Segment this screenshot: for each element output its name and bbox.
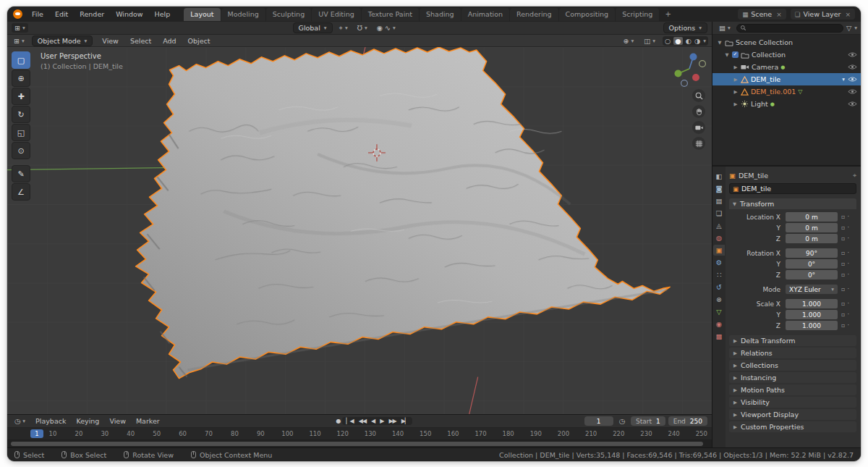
outliner-editor-type-button[interactable]: ▤▾ <box>716 23 733 33</box>
menu-window[interactable]: Window <box>111 9 148 20</box>
shading-rendered-button[interactable]: ◑ <box>694 37 700 45</box>
next-keyframe-button[interactable]: ▶▶ <box>388 418 396 424</box>
outliner-row-dem-tile[interactable]: ▶ DEM_tile ▾ <box>712 73 861 85</box>
disclosure-icon[interactable]: ▶ <box>733 89 739 95</box>
keyframe-dot-icon[interactable]: · <box>847 214 849 220</box>
play-reverse-button[interactable]: ◀ <box>371 418 375 424</box>
transform-value-rotation-x[interactable]: 90° <box>786 248 838 258</box>
panel-viewport-display[interactable]: ▶Viewport Display <box>729 409 856 420</box>
properties-tab-view-layer[interactable]: ❏ <box>713 208 725 219</box>
timeline-ruler[interactable]: 1020304050607080901001101201301401501601… <box>7 428 712 440</box>
shading-solid-button[interactable]: ● <box>673 37 682 45</box>
proportional-edit-toggle[interactable]: ◉∿▾ <box>374 23 399 33</box>
auto-keying-button[interactable]: ● <box>336 418 340 424</box>
lock-icon[interactable]: ▫ <box>841 286 845 293</box>
properties-tab-render[interactable]: ◙ <box>713 183 725 194</box>
keyframe-dot-icon[interactable]: · <box>847 235 849 242</box>
active-tool-icon[interactable]: ⊞▾ <box>12 23 28 33</box>
add-workspace-button[interactable]: + <box>660 8 675 20</box>
previous-keyframe-button[interactable]: ◀◀ <box>359 418 366 424</box>
shading-material-button[interactable]: ◐ <box>686 37 692 45</box>
workspace-tab-layout[interactable]: Layout <box>184 8 220 21</box>
transform-value-z[interactable]: 1.000 <box>786 321 838 330</box>
properties-tab-physics[interactable]: ↺ <box>713 282 725 293</box>
keyframe-dot-icon[interactable]: · <box>847 224 849 231</box>
workspace-tab-shading[interactable]: Shading <box>420 8 461 21</box>
jump-to-end-button[interactable]: ▶▏ <box>401 418 409 424</box>
lock-icon[interactable]: ▫ <box>841 261 845 267</box>
pivot-dropdown[interactable]: ⌖▾ <box>336 23 351 33</box>
lock-icon[interactable]: ▫ <box>841 322 845 329</box>
tool-cursor[interactable]: ⊕ <box>12 70 30 87</box>
properties-tab-particles[interactable]: ∷ <box>713 269 725 280</box>
transform-value-mode[interactable]: XYZ Euler▾ <box>786 285 838 294</box>
visibility-eye-icon[interactable] <box>848 51 857 58</box>
timeline-menu-playback[interactable]: Playback <box>31 416 70 426</box>
tool-measure[interactable]: ∠ <box>12 183 30 201</box>
properties-tab-material[interactable]: ◉ <box>713 319 725 329</box>
tool-annotate[interactable]: ✎ <box>12 165 30 182</box>
jump-to-start-button[interactable]: ▏◀ <box>346 418 353 424</box>
panel-visibility[interactable]: ▶Visibility <box>729 397 856 408</box>
workspace-tab-sculpting[interactable]: Sculpting <box>266 8 311 21</box>
panel-collections[interactable]: ▶Collections <box>729 360 856 371</box>
disclosure-icon[interactable]: ▶ <box>733 64 739 70</box>
panel-custom-properties[interactable]: ▶Custom Properties <box>729 421 856 432</box>
lock-icon[interactable]: ▫ <box>841 235 845 242</box>
timeline-editor-type-button[interactable]: ◷▾ <box>12 416 28 426</box>
play-button[interactable]: ▶ <box>380 418 383 424</box>
shading-wireframe-button[interactable]: ○ <box>665 37 671 45</box>
keyframe-dot-icon[interactable]: · <box>847 250 849 256</box>
visibility-eye-icon[interactable] <box>848 76 857 83</box>
transform-value-z[interactable]: 0 m <box>786 234 838 243</box>
properties-tab-data[interactable]: ▽ <box>713 306 725 317</box>
disclosure-icon[interactable]: ▼ <box>724 52 730 58</box>
viewport-menu-select[interactable]: Select <box>125 35 156 46</box>
workspace-tab-animation[interactable]: Animation <box>461 8 509 21</box>
tool-transform[interactable]: ⊙ <box>12 142 30 159</box>
lock-icon[interactable]: ▫ <box>841 214 845 220</box>
remove-view-layer-icon[interactable]: × <box>843 11 851 18</box>
menu-render[interactable]: Render <box>75 9 109 20</box>
collection-checkbox[interactable]: ✓ <box>732 51 739 58</box>
viewport-3d[interactable]: User Perspective (1) Collection | DEM_ti… <box>7 47 712 414</box>
properties-tab-output[interactable]: ▤ <box>713 195 725 206</box>
editor-type-button[interactable]: ⊞▾ <box>11 36 27 46</box>
orientation-dropdown[interactable]: Global ▾ <box>293 22 333 33</box>
panel-relations[interactable]: ▶Relations <box>729 348 856 358</box>
outliner-search-input[interactable] <box>749 25 840 32</box>
tool-move[interactable]: ✚ <box>12 88 30 105</box>
keyframe-dot-icon[interactable]: · <box>847 322 849 329</box>
chevron-down-icon[interactable]: ▾ <box>842 76 845 83</box>
unlink-scene-icon[interactable]: × <box>775 11 782 18</box>
viewport-menu-object[interactable]: Object <box>183 35 216 46</box>
frame-start-field[interactable]: Start 1 <box>631 416 665 426</box>
overlays-toggle[interactable]: ◫▾ <box>641 36 658 46</box>
tool-select-box[interactable]: ▢ <box>12 51 30 69</box>
disclosure-icon[interactable]: ▼ <box>717 40 723 46</box>
properties-tab-scene[interactable]: ◬ <box>713 220 725 231</box>
blender-logo-icon[interactable] <box>13 9 22 19</box>
scrollbar-thumb[interactable] <box>11 442 703 446</box>
properties-tab-modifiers[interactable]: ⚙ <box>713 257 725 268</box>
visibility-eye-icon[interactable] <box>848 64 857 70</box>
timeline-menu-marker[interactable]: Marker <box>132 416 164 426</box>
outliner-row-collection[interactable]: ▼ ✓ Collection <box>712 49 861 61</box>
mode-dropdown[interactable]: Object Mode ▾ <box>32 35 93 46</box>
properties-tab-world[interactable]: ◍ <box>713 232 725 243</box>
navigation-gizmo[interactable] <box>674 51 707 88</box>
workspace-tab-rendering[interactable]: Rendering <box>510 8 558 21</box>
timeline-scrollbar[interactable] <box>7 440 712 447</box>
panel-instancing[interactable]: ▶Instancing <box>729 372 856 383</box>
outliner-row-light[interactable]: ▶ Light ● <box>712 98 861 110</box>
workspace-tab-compositing[interactable]: Compositing <box>559 8 616 21</box>
outliner-row-dem-tile-001[interactable]: ▶ DEM_tile.001 ▽ <box>712 85 861 98</box>
pin-icon[interactable]: ⌖ <box>853 172 856 180</box>
keyframe-dot-icon[interactable]: · <box>847 300 849 307</box>
frame-end-field[interactable]: End 250 <box>668 416 707 426</box>
properties-tab-tool[interactable]: ◧ <box>713 171 725 182</box>
disclosure-icon[interactable]: ▶ <box>733 101 739 107</box>
keyframe-dot-icon[interactable]: · <box>847 272 849 278</box>
camera-view-button[interactable] <box>692 121 705 134</box>
transform-value-y[interactable]: 0° <box>786 259 838 269</box>
